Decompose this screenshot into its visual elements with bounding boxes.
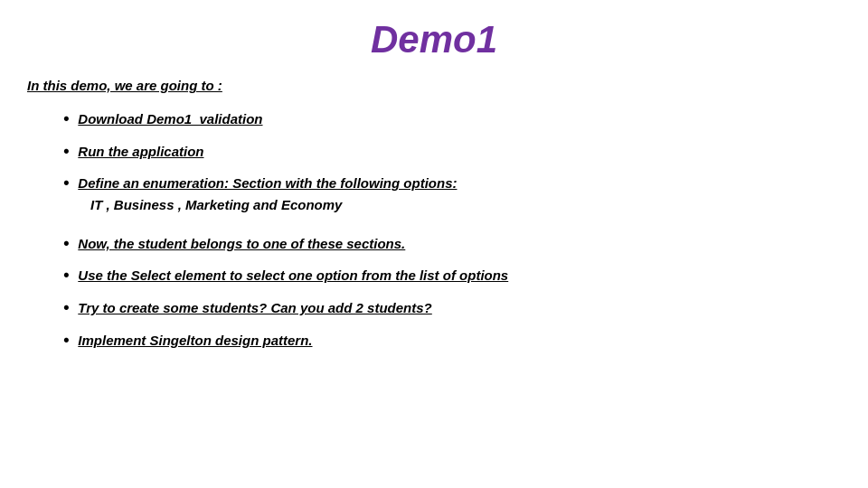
bullet-dot-1: • xyxy=(63,109,69,129)
list-item-try: • Try to create some students? Can you a… xyxy=(63,298,841,318)
intro-text: In this demo, we are going to : xyxy=(27,78,841,93)
bullet-text-define: Define an enumeration: Section with the … xyxy=(78,174,457,192)
bullet-dot-4: • xyxy=(63,234,69,254)
list-item-implement: • Implement Singelton design pattern. xyxy=(63,331,841,351)
bullet-text-belongs: Now, the student belongs to one of these… xyxy=(78,234,405,253)
bullet-dot-6: • xyxy=(63,298,69,318)
bullet-dot-2: • xyxy=(63,142,69,162)
bullet-text-select: Use the Select element to select one opt… xyxy=(78,266,508,285)
bullet-list: • Download Demo1_validation • Run the ap… xyxy=(63,109,841,350)
page-container: Demo1 In this demo, we are going to : • … xyxy=(0,0,868,488)
bullet-text-implement: Implement Singelton design pattern. xyxy=(78,331,312,350)
bullet-dot-7: • xyxy=(63,331,69,351)
page-title: Demo1 xyxy=(27,18,841,61)
list-item-select: • Use the Select element to select one o… xyxy=(63,266,841,286)
bullet-dot-3: • xyxy=(63,174,69,193)
sub-item-sections: IT , Business , Marketing and Economy xyxy=(90,197,342,212)
list-item-run: • Run the application xyxy=(63,142,841,162)
list-item-belongs: • Now, the student belongs to one of the… xyxy=(63,234,841,254)
bullet-text-try: Try to create some students? Can you add… xyxy=(78,298,431,317)
bullet-text-run: Run the application xyxy=(78,142,203,161)
list-item-define: • Define an enumeration: Section with th… xyxy=(63,174,841,221)
bullet-dot-5: • xyxy=(63,266,69,286)
bullet-text-download: Download Demo1_validation xyxy=(78,109,262,128)
list-item-download: • Download Demo1_validation xyxy=(63,109,841,129)
